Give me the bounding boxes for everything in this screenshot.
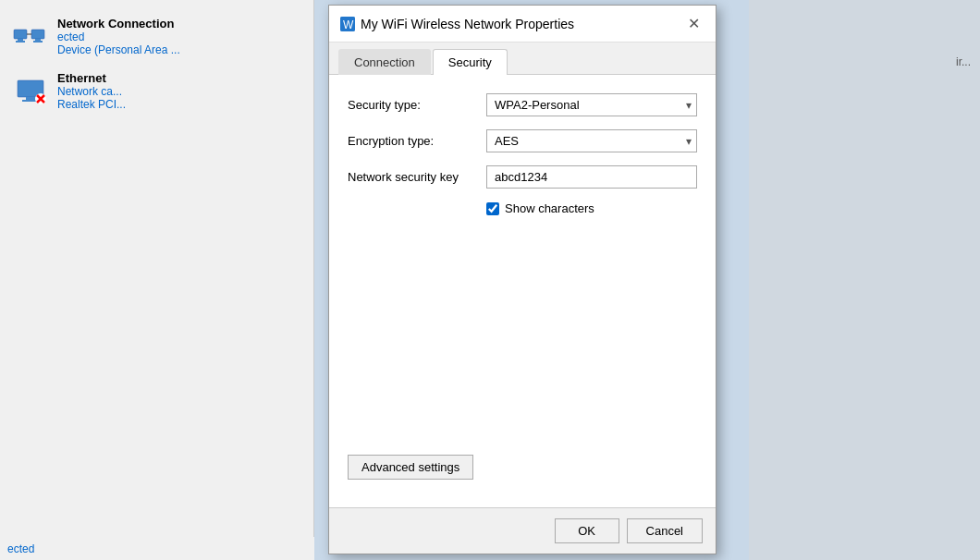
ethernet-text: Ethernet Network ca... Realtek PCI...: [57, 71, 126, 111]
dialog-tabs: Connection Security: [329, 43, 716, 75]
encryption-type-row: Encryption type: AES TKIP: [348, 129, 697, 152]
wifi-title-icon: W: [340, 17, 355, 31]
network-connection-icon: [13, 22, 48, 52]
show-characters-label[interactable]: Show characters: [505, 201, 594, 215]
network-connection-sub1: ected: [57, 30, 180, 43]
status-text: ected: [7, 542, 34, 555]
svg-text:W: W: [343, 18, 354, 31]
network-connection-item[interactable]: Network Connection ected Device (Persona…: [9, 9, 304, 64]
security-type-select[interactable]: WPA2-Personal WPA-Personal Open: [486, 93, 697, 116]
ethernet-sub1: Network ca...: [57, 85, 126, 98]
network-key-row: Network security key: [348, 165, 697, 189]
svg-rect-4: [35, 39, 41, 41]
dialog-title-text: My WiFi Wireless Network Properties: [361, 17, 574, 31]
background-panel: Network Connection ected Device (Persona…: [0, 0, 314, 560]
tab-connection[interactable]: Connection: [338, 49, 431, 75]
wifi-properties-dialog: W My WiFi Wireless Network Properties ✕ …: [328, 5, 717, 554]
svg-rect-1: [18, 39, 23, 41]
dialog-title: W My WiFi Wireless Network Properties: [340, 17, 574, 31]
svg-rect-0: [14, 30, 27, 39]
svg-rect-5: [33, 41, 43, 43]
cancel-button[interactable]: Cancel: [627, 518, 703, 543]
svg-rect-3: [31, 30, 44, 39]
dialog-titlebar: W My WiFi Wireless Network Properties ✕: [329, 6, 716, 43]
show-characters-checkbox[interactable]: [486, 202, 499, 215]
status-bar: ected: [0, 537, 314, 560]
dialog-footer: OK Cancel: [329, 507, 716, 554]
security-type-row: Security type: WPA2-Personal WPA-Persona…: [348, 93, 697, 116]
security-type-label: Security type:: [348, 98, 486, 112]
advanced-settings-button[interactable]: Advanced settings: [348, 455, 473, 480]
ethernet-sub2: Realtek PCI...: [57, 98, 126, 111]
network-connection-text: Network Connection ected Device (Persona…: [57, 17, 180, 56]
network-key-label: Network security key: [348, 170, 486, 184]
content-spacer: [348, 228, 697, 455]
close-button[interactable]: ✕: [682, 13, 704, 35]
svg-rect-8: [26, 97, 35, 100]
encryption-type-select[interactable]: AES TKIP: [486, 129, 697, 152]
right-text: ir...: [956, 55, 971, 68]
background-right: ir...: [749, 0, 980, 560]
ethernet-item[interactable]: Ethernet Network ca... Realtek PCI...: [9, 64, 304, 118]
dialog-content: Security type: WPA2-Personal WPA-Persona…: [329, 75, 716, 507]
svg-rect-2: [16, 41, 25, 43]
encryption-type-label: Encryption type:: [348, 134, 486, 148]
ok-button[interactable]: OK: [555, 518, 619, 543]
tab-security[interactable]: Security: [433, 49, 508, 75]
encryption-type-select-wrapper: AES TKIP: [486, 129, 697, 152]
network-connection-sub2: Device (Personal Area ...: [57, 43, 180, 56]
ethernet-icon: [13, 77, 48, 106]
show-characters-row: Show characters: [486, 201, 697, 215]
network-key-input[interactable]: [486, 165, 697, 189]
network-connection-title: Network Connection: [57, 17, 180, 30]
ethernet-title: Ethernet: [57, 71, 126, 85]
security-type-select-wrapper: WPA2-Personal WPA-Personal Open: [486, 93, 697, 116]
